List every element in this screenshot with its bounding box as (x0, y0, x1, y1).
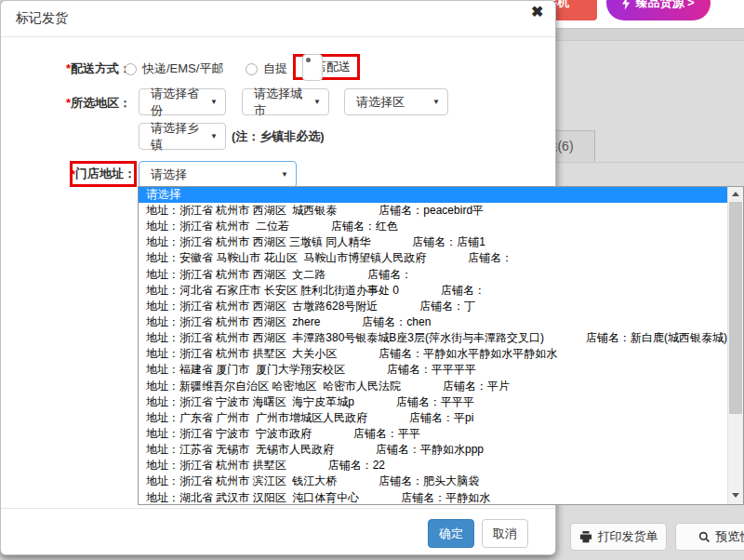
option-address: 地址：浙江省 杭州市 二位若 (146, 220, 289, 233)
close-icon[interactable]: ✖ (531, 5, 543, 20)
cancel-button[interactable]: 取消 (482, 519, 528, 548)
option-shop-name: 店铺名：丁 (419, 300, 475, 313)
chevron-down-icon: ▼ (313, 98, 321, 106)
option-address: 地址：安徽省 马鞍山市 花山区 马鞍山市博望镇人民政府 (146, 251, 426, 264)
option-address: 地址：浙江省 杭州市 西湖区 古墩路628号附近 (146, 300, 378, 313)
confirm-button[interactable]: 确定 (428, 519, 474, 548)
dropdown-option[interactable]: 地址：浙江省 杭州市 二位若店铺名：红色 (139, 219, 743, 234)
dropdown-option[interactable]: 地址：浙江省 宁波市 宁波市政府店铺名：平平 (139, 426, 743, 442)
option-shop-name: 店铺名： (367, 268, 412, 281)
radio-self-pickup[interactable]: 自提 (246, 60, 287, 77)
city-select-value: 请选择城市 (254, 86, 308, 119)
dropdown-option[interactable]: 地址：广东省 广州市 广州市增城区人民政府店铺名：平pi (139, 410, 743, 426)
dropdown-option[interactable]: 地址：浙江省 杭州市 西湖区 文二路店铺名： (139, 267, 743, 283)
option-shop-name: 店铺名：肥头大脑袋 (379, 474, 479, 487)
store-address-label: *门店地址： (70, 161, 137, 187)
dropdown-option[interactable]: 地址：浙江省 杭州市 西湖区 丰潭路380号银泰城B座3层(萍水街与丰潭路交叉口… (139, 330, 743, 346)
option-shop-name: 店铺名：平平平 (396, 395, 474, 408)
option-shop-name: 店铺名：22 (328, 459, 385, 472)
scrollbar[interactable] (727, 187, 743, 504)
store-address-select[interactable]: 请选择 ▼ (139, 161, 297, 188)
scroll-up-icon[interactable] (728, 187, 743, 201)
option-shop-name: 店铺名：peacebird平 (379, 204, 484, 217)
chevron-down-icon: ▼ (210, 132, 218, 140)
dropdown-option[interactable]: 地址：江苏省 无锡市 无锡市人民政府店铺名：平静如水ppp (139, 442, 743, 458)
option-address: 地址：新疆维吾尔自治区 哈密地区 哈密市人民法院 (146, 380, 401, 393)
chevron-down-icon: ▼ (210, 98, 218, 106)
scroll-down-icon[interactable] (728, 488, 743, 502)
town-select[interactable]: 请选择乡镇 ▼ (139, 123, 226, 150)
option-shop-name: 店铺名：平平 (353, 427, 420, 440)
dropdown-option[interactable]: 地址：浙江省 杭州市 拱墅区 大关小区店铺名：平静如水平静如水平静如水 (139, 346, 743, 362)
dropdown-option[interactable]: 地址：新疆维吾尔自治区 哈密地区 哈密市人民法院店铺名：平片 (139, 379, 743, 394)
province-select[interactable]: 请选择省份 ▼ (139, 88, 226, 115)
town-note: (注：乡镇非必选) (232, 123, 325, 150)
print-invoice-button[interactable]: 打印发货单 (570, 523, 667, 551)
page-toolbar-band (549, 28, 744, 41)
cancel-button-label: 取消 (493, 526, 517, 542)
city-select[interactable]: 请选择城市 ▼ (242, 88, 329, 115)
preview-express-label: 预览快递 (716, 528, 744, 545)
dropdown-option[interactable]: 地址：浙江省 杭州市 滨江区 钱江大桥店铺名：肥头大脑袋 (139, 473, 743, 489)
option-address: 地址：福建省 厦门市 厦门大学翔安校区 (146, 363, 345, 376)
confirm-button-label: 确定 (439, 526, 463, 542)
option-shop-name: 店铺名： (468, 251, 512, 264)
dropdown-option[interactable]: 地址：浙江省 杭州市 西湖区 三墩镇 同人精华店铺名：店铺1 (139, 234, 743, 250)
district-select[interactable]: 请选择区 ▼ (344, 88, 448, 115)
option-shop-name: 店铺名：红色 (331, 220, 398, 233)
printer-icon (579, 530, 592, 543)
option-address: 地址：浙江省 杭州市 西湖区 丰潭路380号银泰城B座3层(萍水街与丰潭路交叉口… (146, 331, 544, 344)
option-address: 地址：浙江省 杭州市 拱墅区 大关小区 (146, 347, 337, 360)
radio-self-pickup-label: 自提 (263, 60, 287, 77)
option-shop-name: 店铺名：chen (362, 315, 431, 328)
dropdown-option-selected[interactable]: 请选择 (139, 187, 743, 203)
premium-source-label: 臻品货源 > (635, 0, 694, 11)
dropdown-option[interactable]: 地址：河北省 石家庄市 长安区 胜利北街道办事处 0店铺名： (139, 283, 743, 299)
option-shop-name: 店铺名：平pi (409, 411, 473, 424)
option-shop-name: 店铺名：平静如水 (401, 491, 490, 504)
screen: 手机 臻品货源 > 除(6) 打印发货单 预览快递 标记发货 ✖ *配送方式： (0, 0, 744, 560)
dropdown-option[interactable]: 地址：浙江省 宁波市 海曙区 海宁皮革城p店铺名：平平平 (139, 394, 743, 410)
delivery-method-label: *配送方式： (1, 60, 131, 77)
dropdown-option[interactable]: 地址：浙江省 杭州市 西湖区 zhere店铺名：chen (139, 314, 743, 330)
option-address: 地址：广东省 广州市 广州市增城区人民政府 (146, 411, 367, 424)
print-invoice-label: 打印发货单 (598, 528, 658, 545)
option-shop-name: 店铺名：平静如水ppp (376, 443, 484, 456)
option-address: 地址：江苏省 无锡市 无锡市人民政府 (146, 443, 334, 456)
option-shop-name: 店铺名：平静如水平静如水平静如水 (379, 347, 557, 360)
dropdown-option[interactable]: 地址：福建省 厦门市 厦门大学翔安校区店铺名：平平平平 (139, 362, 743, 378)
dropdown-option[interactable]: 地址：浙江省 杭州市 拱墅区店铺名：22 (139, 458, 743, 473)
district-select-value: 请选择区 (356, 94, 405, 111)
option-address: 地址：浙江省 杭州市 滨江区 钱江大桥 (146, 474, 337, 487)
modal-title: 标记发货 (16, 10, 68, 27)
option-address: 地址：浙江省 杭州市 西湖区 城西银泰 (146, 204, 337, 217)
radio-store-delivery[interactable]: 门店配送 (293, 54, 360, 80)
scrollbar-thumb[interactable] (729, 202, 742, 414)
footer-divider (1, 508, 555, 509)
radio-icon (125, 63, 137, 75)
chevron-down-icon: ▼ (432, 98, 440, 106)
option-shop-name: 店铺名：店铺1 (412, 235, 485, 248)
option-shop-name: 店铺名：平片 (443, 380, 510, 393)
town-select-value: 请选择乡镇 (151, 120, 205, 153)
store-address-select-value: 请选择 (151, 167, 187, 183)
premium-source-button[interactable]: 臻品货源 > (606, 0, 711, 20)
dropdown-list: 地址：浙江省 杭州市 西湖区 城西银泰店铺名：peacebird平地址：浙江省 … (139, 203, 743, 505)
dropdown-option[interactable]: 地址：浙江省 杭州市 西湖区 城西银泰店铺名：peacebird平 (139, 203, 743, 219)
magnifier-icon (698, 531, 711, 543)
dropdown-option[interactable]: 地址：安徽省 马鞍山市 花山区 马鞍山市博望镇人民政府店铺名： (139, 250, 743, 266)
store-address-dropdown: 请选择 地址：浙江省 杭州市 西湖区 城西银泰店铺名：peacebird平地址：… (138, 186, 744, 505)
region-label: *所选地区： (1, 95, 131, 112)
preview-express-button[interactable]: 预览快递 (675, 523, 744, 551)
dropdown-option[interactable]: 地址：湖北省 武汉市 汉阳区 沌口体育中心店铺名：平静如水 (139, 490, 743, 505)
tab-divider (555, 162, 744, 163)
option-address: 地址：浙江省 杭州市 西湖区 三墩镇 同人精华 (146, 235, 370, 248)
radio-icon (246, 63, 258, 75)
lightning-icon (622, 0, 631, 10)
option-shop-name: 店铺名：新白鹿(城西银泰城) (586, 331, 727, 344)
dropdown-option[interactable]: 地址：浙江省 杭州市 西湖区 古墩路628号附近店铺名：丁 (139, 299, 743, 314)
radio-express[interactable]: 快递/EMS/平邮 (125, 60, 223, 77)
chevron-down-icon: ▼ (281, 170, 288, 179)
province-select-value: 请选择省份 (151, 86, 205, 119)
option-address: 地址：河北省 石家庄市 长安区 胜利北街道办事处 0 (146, 284, 399, 297)
